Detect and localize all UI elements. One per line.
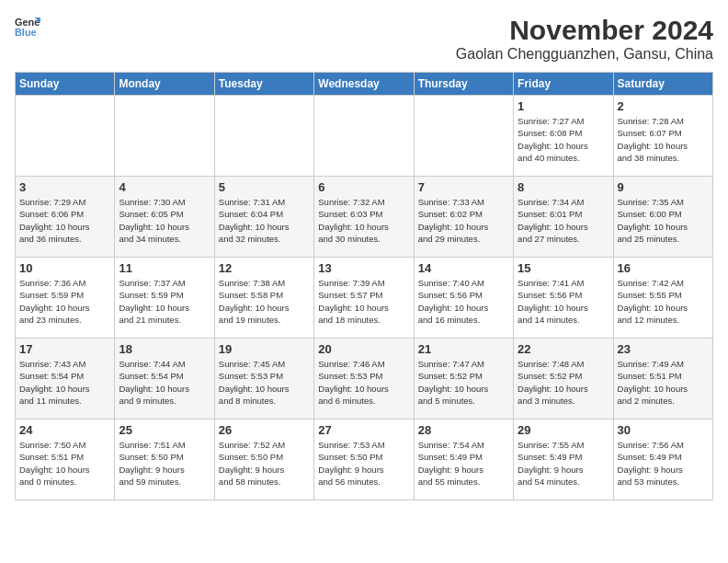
day-number: 29 — [518, 423, 609, 437]
calendar-cell: 19Sunrise: 7:45 AM Sunset: 5:53 PM Dayli… — [214, 339, 313, 419]
calendar-cell: 15Sunrise: 7:41 AM Sunset: 5:56 PM Dayli… — [514, 258, 613, 339]
day-info: Sunrise: 7:47 AM Sunset: 5:52 PM Dayligh… — [418, 358, 509, 407]
day-number: 13 — [318, 261, 409, 275]
day-info: Sunrise: 7:35 AM Sunset: 6:00 PM Dayligh… — [618, 196, 709, 245]
day-info: Sunrise: 7:41 AM Sunset: 5:56 PM Dayligh… — [518, 277, 609, 326]
day-info: Sunrise: 7:44 AM Sunset: 5:54 PM Dayligh… — [119, 358, 210, 407]
day-info: Sunrise: 7:43 AM Sunset: 5:54 PM Dayligh… — [19, 358, 110, 407]
day-info: Sunrise: 7:32 AM Sunset: 6:03 PM Dayligh… — [318, 196, 409, 245]
weekday-header: Wednesday — [314, 73, 414, 96]
day-info: Sunrise: 7:45 AM Sunset: 5:53 PM Dayligh… — [219, 358, 310, 407]
day-info: Sunrise: 7:51 AM Sunset: 5:50 PM Dayligh… — [119, 439, 210, 488]
calendar-week-row: 17Sunrise: 7:43 AM Sunset: 5:54 PM Dayli… — [16, 339, 713, 419]
day-info: Sunrise: 7:49 AM Sunset: 5:51 PM Dayligh… — [618, 358, 709, 407]
calendar-cell: 26Sunrise: 7:52 AM Sunset: 5:50 PM Dayli… — [214, 419, 313, 500]
day-number: 4 — [119, 180, 210, 194]
day-info: Sunrise: 7:56 AM Sunset: 5:49 PM Dayligh… — [618, 439, 709, 488]
calendar-cell — [214, 96, 313, 177]
day-number: 11 — [119, 261, 210, 275]
day-info: Sunrise: 7:52 AM Sunset: 5:50 PM Dayligh… — [219, 439, 310, 488]
calendar-week-row: 10Sunrise: 7:36 AM Sunset: 5:59 PM Dayli… — [16, 258, 713, 339]
day-info: Sunrise: 7:36 AM Sunset: 5:59 PM Dayligh… — [19, 277, 110, 326]
day-number: 9 — [618, 180, 709, 194]
day-info: Sunrise: 7:42 AM Sunset: 5:55 PM Dayligh… — [618, 277, 709, 326]
day-number: 23 — [618, 342, 709, 356]
day-number: 21 — [418, 342, 509, 356]
calendar-cell: 13Sunrise: 7:39 AM Sunset: 5:57 PM Dayli… — [314, 258, 414, 339]
day-number: 3 — [19, 180, 110, 194]
day-number: 19 — [219, 342, 310, 356]
calendar-cell: 29Sunrise: 7:55 AM Sunset: 5:49 PM Dayli… — [514, 419, 613, 500]
calendar-cell: 5Sunrise: 7:31 AM Sunset: 6:04 PM Daylig… — [214, 177, 313, 258]
day-info: Sunrise: 7:48 AM Sunset: 5:52 PM Dayligh… — [518, 358, 609, 407]
weekday-header: Friday — [514, 73, 613, 96]
calendar-cell: 20Sunrise: 7:46 AM Sunset: 5:53 PM Dayli… — [314, 339, 414, 419]
day-number: 24 — [19, 423, 110, 437]
day-number: 16 — [618, 261, 709, 275]
day-info: Sunrise: 7:29 AM Sunset: 6:06 PM Dayligh… — [19, 196, 110, 245]
day-info: Sunrise: 7:39 AM Sunset: 5:57 PM Dayligh… — [318, 277, 409, 326]
calendar-cell: 30Sunrise: 7:56 AM Sunset: 5:49 PM Dayli… — [613, 419, 712, 500]
calendar-cell: 27Sunrise: 7:53 AM Sunset: 5:50 PM Dayli… — [314, 419, 414, 500]
weekday-header: Tuesday — [214, 73, 313, 96]
day-info: Sunrise: 7:46 AM Sunset: 5:53 PM Dayligh… — [318, 358, 409, 407]
calendar-cell: 11Sunrise: 7:37 AM Sunset: 5:59 PM Dayli… — [115, 258, 214, 339]
calendar-cell: 8Sunrise: 7:34 AM Sunset: 6:01 PM Daylig… — [514, 177, 613, 258]
calendar-cell: 16Sunrise: 7:42 AM Sunset: 5:55 PM Dayli… — [613, 258, 712, 339]
calendar-cell: 9Sunrise: 7:35 AM Sunset: 6:00 PM Daylig… — [613, 177, 712, 258]
calendar-cell: 28Sunrise: 7:54 AM Sunset: 5:49 PM Dayli… — [414, 419, 513, 500]
calendar-cell: 22Sunrise: 7:48 AM Sunset: 5:52 PM Dayli… — [514, 339, 613, 419]
calendar-cell: 3Sunrise: 7:29 AM Sunset: 6:06 PM Daylig… — [16, 177, 115, 258]
weekday-header: Thursday — [414, 73, 513, 96]
calendar-cell: 17Sunrise: 7:43 AM Sunset: 5:54 PM Dayli… — [16, 339, 115, 419]
svg-text:Blue: Blue — [15, 27, 37, 38]
weekday-header: Monday — [115, 73, 214, 96]
calendar-cell — [115, 96, 214, 177]
day-number: 30 — [618, 423, 709, 437]
day-number: 22 — [518, 342, 609, 356]
calendar-cell: 1Sunrise: 7:27 AM Sunset: 6:08 PM Daylig… — [514, 96, 613, 177]
day-info: Sunrise: 7:50 AM Sunset: 5:51 PM Dayligh… — [19, 439, 110, 488]
day-info: Sunrise: 7:30 AM Sunset: 6:05 PM Dayligh… — [119, 196, 210, 245]
day-info: Sunrise: 7:53 AM Sunset: 5:50 PM Dayligh… — [318, 439, 409, 488]
calendar-cell: 2Sunrise: 7:28 AM Sunset: 6:07 PM Daylig… — [613, 96, 712, 177]
calendar-cell: 25Sunrise: 7:51 AM Sunset: 5:50 PM Dayli… — [115, 419, 214, 500]
calendar-cell — [314, 96, 414, 177]
title-block: November 2024 Gaolan Chengguanzhen, Gans… — [456, 15, 713, 63]
page-header: General Blue November 2024 Gaolan Chengg… — [15, 15, 713, 63]
calendar-cell — [16, 96, 115, 177]
day-info: Sunrise: 7:38 AM Sunset: 5:58 PM Dayligh… — [219, 277, 310, 326]
day-number: 14 — [418, 261, 509, 275]
day-info: Sunrise: 7:28 AM Sunset: 6:07 PM Dayligh… — [618, 115, 709, 164]
day-number: 26 — [219, 423, 310, 437]
day-info: Sunrise: 7:27 AM Sunset: 6:08 PM Dayligh… — [518, 115, 609, 164]
day-number: 17 — [19, 342, 110, 356]
location: Gaolan Chengguanzhen, Gansu, China — [456, 46, 713, 63]
calendar-table: SundayMondayTuesdayWednesdayThursdayFrid… — [15, 72, 713, 500]
day-number: 10 — [19, 261, 110, 275]
calendar-cell: 14Sunrise: 7:40 AM Sunset: 5:56 PM Dayli… — [414, 258, 513, 339]
day-info: Sunrise: 7:54 AM Sunset: 5:49 PM Dayligh… — [418, 439, 509, 488]
day-number: 6 — [318, 180, 409, 194]
day-number: 20 — [318, 342, 409, 356]
day-number: 18 — [119, 342, 210, 356]
calendar-cell: 12Sunrise: 7:38 AM Sunset: 5:58 PM Dayli… — [214, 258, 313, 339]
day-info: Sunrise: 7:37 AM Sunset: 5:59 PM Dayligh… — [119, 277, 210, 326]
day-number: 15 — [518, 261, 609, 275]
day-number: 2 — [618, 99, 709, 113]
calendar-cell: 10Sunrise: 7:36 AM Sunset: 5:59 PM Dayli… — [16, 258, 115, 339]
calendar-week-row: 1Sunrise: 7:27 AM Sunset: 6:08 PM Daylig… — [16, 96, 713, 177]
day-info: Sunrise: 7:33 AM Sunset: 6:02 PM Dayligh… — [418, 196, 509, 245]
day-info: Sunrise: 7:40 AM Sunset: 5:56 PM Dayligh… — [418, 277, 509, 326]
calendar-cell: 7Sunrise: 7:33 AM Sunset: 6:02 PM Daylig… — [414, 177, 513, 258]
day-number: 5 — [219, 180, 310, 194]
day-number: 12 — [219, 261, 310, 275]
day-number: 28 — [418, 423, 509, 437]
day-info: Sunrise: 7:31 AM Sunset: 6:04 PM Dayligh… — [219, 196, 310, 245]
calendar-cell: 18Sunrise: 7:44 AM Sunset: 5:54 PM Dayli… — [115, 339, 214, 419]
month-year: November 2024 — [456, 15, 713, 46]
weekday-header: Sunday — [16, 73, 115, 96]
day-number: 8 — [518, 180, 609, 194]
calendar-cell — [414, 96, 513, 177]
calendar-cell: 24Sunrise: 7:50 AM Sunset: 5:51 PM Dayli… — [16, 419, 115, 500]
